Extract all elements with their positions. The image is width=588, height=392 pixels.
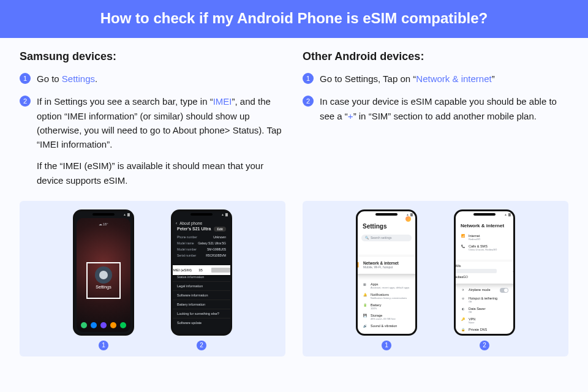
- step-number-icon: 2: [303, 96, 314, 107]
- other-screenshots: ▲▇ Settings 🔍Search settings 📶 Network &…: [303, 201, 568, 356]
- wifi-icon: 📶: [356, 262, 359, 268]
- sound-icon: 🔊: [363, 324, 367, 328]
- list-item: Legal information: [173, 281, 230, 290]
- dock: [77, 322, 130, 328]
- avatar-icon: [405, 216, 411, 222]
- wifi-icon: 📶: [461, 234, 465, 238]
- row-sub: Assistant, recent apps, default apps: [371, 286, 409, 289]
- bell-icon: 🔔: [363, 293, 367, 296]
- samsung-step-2: 2 If in Settings you see a search bar, t…: [20, 94, 285, 187]
- other-heading: Other Android devices:: [303, 50, 568, 63]
- text: ”: [492, 74, 495, 84]
- settings-app-highlight: Settings: [86, 262, 121, 299]
- row-sub: China Unicom, RedteaGO: [469, 248, 497, 251]
- row-sub: 100%: [371, 307, 381, 310]
- device-name: Peter's S21 Ultra: [177, 227, 211, 231]
- samsung-screenshots: ▲▇ ☁18° Settings 1 ▲▇ ‹About phone Peter…: [20, 201, 285, 356]
- text: ” in “SIM” section to add another mobile…: [353, 111, 537, 121]
- row-title: Battery: [371, 303, 381, 307]
- vpn-icon: 🔑: [461, 317, 465, 321]
- imei-prefix: 35: [198, 268, 203, 272]
- other-step-2: 2 In case your device is eSIM capable yo…: [303, 94, 568, 123]
- imei-esim-highlight: IMEI (eSIM) 35: [171, 265, 232, 275]
- list-item: Battery information: [173, 300, 230, 309]
- screenshot-col: ▲▇ ☁18° Settings 1: [73, 209, 134, 350]
- row-sub: Notification history, conversations: [371, 296, 407, 300]
- back-icon: ‹: [176, 221, 177, 225]
- row-sub: Off: [469, 300, 497, 303]
- row-title: Internet: [469, 234, 480, 238]
- imei-link[interactable]: IMEI: [213, 96, 232, 107]
- screenshot-badge: 1: [99, 341, 108, 350]
- samsung-about-phone: ▲▇ ‹About phone Peter's S21 UltraEdit Ph…: [171, 209, 232, 336]
- kv-val: Unknown: [213, 235, 226, 239]
- airplane-icon: ✈: [461, 288, 465, 292]
- row-title: VPN: [469, 317, 475, 321]
- step-number-icon: 2: [20, 96, 31, 107]
- screenshots-row: ▲▇ ☁18° Settings 1 ▲▇ ‹About phone Peter…: [0, 201, 588, 368]
- search-placeholder: Search settings: [371, 236, 391, 239]
- hotspot-icon: ⊚: [461, 296, 465, 300]
- kv-val: R5CR10B5VM: [206, 254, 226, 257]
- screenshot-badge: 1: [382, 341, 391, 350]
- text: If the “IMEI (eSIM)” is available it sho…: [37, 159, 285, 187]
- data-saver-icon: ◐: [461, 307, 465, 311]
- samsung-phone-home: ▲▇ ☁18° Settings: [73, 209, 134, 336]
- callout-title: Network & internet: [363, 261, 399, 265]
- row-title: Sound & vibration: [371, 324, 397, 328]
- sim-row-mask: [454, 269, 497, 273]
- search-bar: 🔍Search settings: [361, 235, 412, 241]
- imei-label: IMEI (eSIM): [172, 268, 192, 272]
- gear-icon: [95, 266, 112, 284]
- network-internet-callout: 📶 Network & internet Mobile, Wi-Fi, hots…: [356, 257, 417, 274]
- page-title: How to check if my Android Phone is eSIM…: [100, 10, 488, 26]
- kv-val: Galaxy S21 Ultra 5G: [198, 241, 226, 245]
- text: Go to Settings, Tap on “: [320, 74, 416, 84]
- edit-button: Edit: [214, 227, 225, 232]
- screenshot-badge: 2: [197, 341, 206, 350]
- screenshot-col: ▲▇ Network & internet 📶InternetRedteaGO …: [454, 209, 515, 350]
- step-number-icon: 1: [303, 73, 314, 84]
- kv-key: Model name: [177, 241, 194, 245]
- row-sub: Off: [469, 311, 486, 314]
- about-phone-header: About phone: [179, 221, 202, 225]
- plus-icon: +: [513, 269, 515, 275]
- kv-val: SM-G998U0S: [207, 247, 226, 251]
- list-item: Software update: [173, 318, 230, 327]
- callout-sub: Mobile, Wi-Fi, hotspot: [363, 265, 399, 269]
- row-sub: None: [469, 321, 475, 324]
- settings-link[interactable]: Settings: [62, 74, 95, 84]
- row-title: Data Saver: [469, 307, 486, 311]
- toggle-icon: [500, 288, 508, 293]
- network-internet-link[interactable]: Network & internet: [416, 74, 491, 84]
- android-network-internet: ▲▇ Network & internet 📶InternetRedteaGO …: [454, 209, 515, 336]
- android-settings: ▲▇ Settings 🔍Search settings 📶 Network &…: [356, 209, 417, 336]
- plus-link[interactable]: +: [348, 111, 353, 121]
- row-title: Hotspot & tethering: [469, 296, 497, 300]
- battery-icon: 🔋: [363, 303, 367, 307]
- list-item: Looking for something else?: [173, 309, 230, 318]
- phone-icon: 📞: [461, 244, 465, 248]
- samsung-step-1: 1 Go to Settings.: [20, 72, 285, 86]
- imei-masked: [211, 268, 231, 273]
- search-icon: 🔍: [365, 236, 369, 239]
- text: .: [95, 74, 97, 84]
- row-sub: RedteaGO: [469, 238, 480, 241]
- weather-widget: ☁18°: [77, 222, 130, 226]
- kv-key: Serial number: [177, 254, 196, 257]
- storage-icon: 💾: [363, 314, 367, 317]
- other-step-1: 1 Go to Settings, Tap on “Network & inte…: [303, 72, 568, 86]
- screenshot-col: ▲▇ Settings 🔍Search settings 📶 Network &…: [356, 209, 417, 350]
- kv-key: Model number: [177, 247, 197, 251]
- list-item: Software information: [173, 290, 230, 300]
- screenshot-col: ▲▇ ‹About phone Peter's S21 UltraEdit Ph…: [171, 209, 232, 350]
- row-title: Airplane mode: [469, 288, 496, 292]
- text: If in Settings you see a search bar, typ…: [37, 96, 213, 107]
- settings-label: Settings: [88, 285, 119, 289]
- sims-heading: SIMs: [454, 264, 515, 268]
- row-sub: 46% used - 69 GB free: [371, 317, 396, 320]
- sim-row: RedteaGO: [454, 275, 515, 279]
- row-title: Private DNS: [469, 328, 487, 331]
- instructions: Samsung devices: 1 Go to Settings. 2 If …: [0, 38, 588, 201]
- other-column: Other Android devices: 1 Go to Settings,…: [303, 50, 568, 196]
